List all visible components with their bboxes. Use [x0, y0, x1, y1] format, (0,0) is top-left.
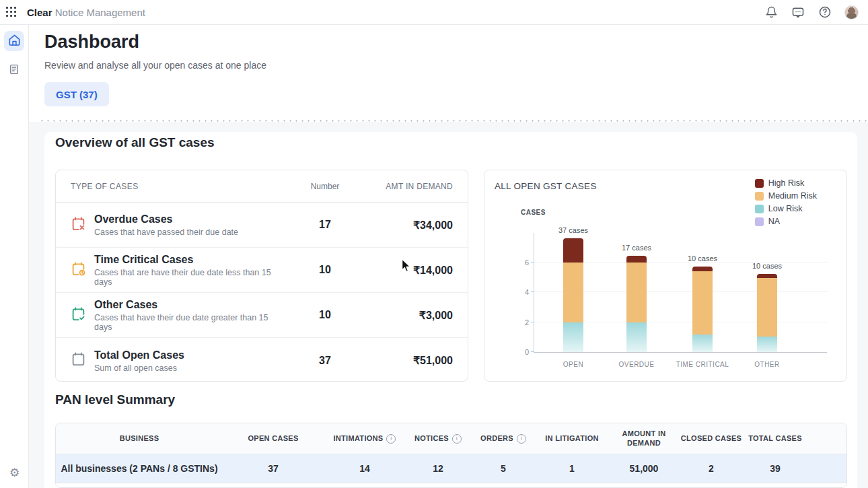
chart-y-axis-title: CASES: [521, 209, 546, 216]
header-label: IN LITIGATION: [545, 434, 598, 444]
bar-segment-low-risk: [757, 337, 777, 352]
case-type-subtitle: Cases that have passed their due date: [94, 228, 238, 237]
case-type-number: 37: [285, 355, 365, 367]
legend-swatch: [755, 205, 764, 213]
case-type-texts: Total Open CasesSum of all open cases: [94, 349, 184, 373]
page-subtitle: Review and analyse all your open cases a…: [44, 60, 266, 71]
x-axis-label: OVERDUE: [600, 361, 674, 368]
x-axis-label: TIME CRITICAL: [665, 361, 739, 368]
legend-item: NA: [755, 217, 817, 226]
pan-summary-data-row[interactable]: All businesses (2 PANs / 8 GSTINs)371412…: [56, 454, 846, 483]
chat-icon[interactable]: [791, 5, 805, 20]
sidebar-item-home[interactable]: [4, 31, 24, 51]
notice-management-dashboard: Clear Notice Management: [0, 0, 868, 488]
stacked-bar[interactable]: [626, 256, 647, 353]
calendar-check-icon: [71, 306, 86, 324]
overview-section-title: Overview of all GST cases: [55, 135, 215, 150]
bar-value-label: 37 cases: [540, 226, 607, 234]
case-type-amount: ₹34,000: [365, 219, 453, 232]
type-of-cases-header: TYPE OF CASES Number AMT IN DEMAND: [56, 170, 468, 203]
top-bar: Clear Notice Management: [0, 0, 868, 25]
bar-segment-medium-risk: [692, 271, 713, 335]
bar-segment-medium-risk: [757, 278, 777, 337]
header-label: AMOUNT IN DEMAND: [618, 429, 670, 448]
data-cell: 12: [406, 463, 470, 474]
info-icon[interactable]: i: [517, 434, 526, 444]
stacked-bar[interactable]: [757, 274, 777, 352]
bell-icon[interactable]: [764, 5, 779, 20]
bar-segment-low-risk: [563, 322, 583, 353]
y-tick-label: 0: [513, 348, 529, 356]
case-type-row[interactable]: Time Critical CasesCases that are have t…: [56, 248, 468, 293]
bar-value-label: 17 cases: [603, 244, 670, 252]
chart-title: ALL OPEN GST CASES: [495, 181, 597, 191]
case-type-subtitle: Cases that are have their due date less …: [94, 268, 285, 287]
stacked-bar-chart: 024637 casesOPEN17 casesOVERDUE10 casesT…: [534, 233, 827, 353]
bar-value-label: 10 cases: [733, 262, 801, 270]
case-type-info: Total Open CasesSum of all open cases: [71, 349, 285, 373]
case-type-amount: ₹3,000: [365, 309, 453, 322]
bar-segment-high-risk: [563, 238, 583, 263]
user-avatar[interactable]: [844, 5, 859, 20]
header-label: OPEN CASES: [248, 434, 298, 444]
case-type-row[interactable]: Overdue CasesCases that have passed thei…: [56, 203, 468, 248]
info-icon[interactable]: i: [452, 434, 462, 444]
settings-gear-icon[interactable]: ⚙: [0, 466, 29, 480]
legend-swatch: [755, 217, 764, 226]
data-cell: All businesses (2 PANs / 8 GSTINs): [56, 463, 223, 474]
header-cell-closed-cases: CLOSED CASES: [680, 434, 742, 444]
sidebar-item-documents[interactable]: [4, 61, 24, 81]
col-number: Number: [285, 182, 365, 191]
app-grid-icon[interactable]: [0, 0, 23, 24]
case-type-row[interactable]: Total Open CasesSum of all open cases37₹…: [56, 338, 468, 382]
bar-segment-low-risk: [692, 335, 713, 352]
app-grid-dots: [6, 7, 17, 18]
help-icon[interactable]: [818, 5, 832, 20]
type-of-cases-rows: Overdue CasesCases that have passed thei…: [56, 203, 468, 382]
stacked-bar[interactable]: [692, 267, 713, 352]
case-type-number: 10: [285, 309, 365, 321]
y-tick: [531, 322, 534, 322]
case-type-title: Total Open Cases: [94, 349, 184, 362]
case-type-info: Overdue CasesCases that have passed thei…: [71, 213, 285, 237]
legend-label: Medium Risk: [768, 191, 817, 201]
calendar-clock-icon: [71, 261, 86, 279]
calendar-icon: [71, 351, 86, 370]
header-cell-in-litigation: IN LITIGATION: [536, 434, 608, 444]
pan-summary-section-title: PAN level Summary: [55, 392, 175, 407]
stacked-bar[interactable]: [563, 238, 583, 352]
header-cell-orders: ORDERSi: [470, 434, 536, 444]
legend-label: Low Risk: [768, 204, 803, 213]
legend-item: High Risk: [755, 178, 817, 188]
pan-summary-partial-row: [56, 483, 846, 488]
header-cell-total-cases: TOTAL CASES: [742, 434, 808, 444]
x-axis-label: OTHER: [730, 361, 804, 368]
header-cell-notices: NOTICESi: [406, 434, 470, 444]
bar-segment-high-risk: [692, 267, 713, 271]
topbar-actions: [764, 5, 868, 20]
case-type-title: Overdue Cases: [94, 213, 238, 226]
header-cell-open-cases: OPEN CASES: [223, 434, 324, 444]
case-type-row[interactable]: Other CasesCases that have their due dat…: [56, 293, 468, 338]
y-tick: [531, 262, 534, 263]
header-label: CLOSED CASES: [681, 434, 742, 444]
legend-label: High Risk: [768, 178, 805, 188]
page-title: Dashboard: [44, 32, 139, 53]
case-type-title: Time Critical Cases: [94, 253, 285, 267]
header-label: ORDERS: [480, 434, 513, 444]
home-icon: [8, 34, 21, 49]
brand-primary: Clear: [27, 7, 52, 18]
case-type-info: Time Critical CasesCases that are have t…: [71, 253, 285, 287]
all-open-gst-cases-card: ALL OPEN GST CASES High RiskMedium RiskL…: [484, 170, 847, 382]
document-icon: [8, 63, 20, 78]
header-cell-business: BUSINESS: [56, 434, 223, 444]
sidebar: ⚙: [0, 25, 29, 488]
info-icon[interactable]: i: [386, 434, 396, 444]
y-tick-label: 2: [513, 318, 529, 326]
header-label: NOTICES: [414, 434, 449, 444]
header-label: BUSINESS: [120, 434, 159, 444]
tab-gst[interactable]: GST (37): [44, 82, 109, 106]
chart-legend: High RiskMedium RiskLow RiskNA: [755, 178, 817, 226]
case-type-amount: ₹14,000: [365, 264, 453, 277]
legend-swatch: [755, 179, 764, 188]
